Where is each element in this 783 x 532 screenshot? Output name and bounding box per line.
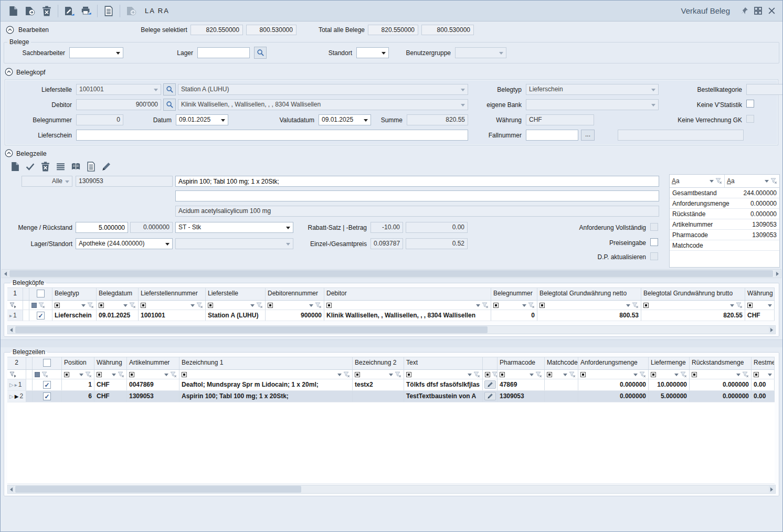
preiseingabe-checkbox[interactable] [650,238,658,246]
column-header[interactable]: Belegdatum [97,288,139,300]
belegzeilen-row-selected[interactable]: ▷▶2 6 CHF 1309053 Aspirin 100; Tabl 100 … [7,391,775,402]
column-header[interactable]: Belegtyp [52,288,97,300]
filter-cell[interactable] [649,370,690,379]
menge-input[interactable] [76,222,128,233]
filter-cell[interactable] [404,370,483,379]
tiles-button[interactable] [751,4,765,18]
list-lines-button[interactable] [54,160,68,173]
filter-cell[interactable] [537,301,641,310]
new-line-button[interactable] [8,160,22,173]
delete-line-button[interactable] [38,160,52,173]
scrollbar-thumb[interactable] [15,486,301,493]
document-button[interactable] [84,160,98,173]
collapse-bearbeiten-button[interactable] [5,22,15,38]
confirm-line-button[interactable] [23,160,37,173]
lager-input[interactable] [197,47,250,58]
edit-text-button[interactable] [484,392,496,400]
debitor-search-button[interactable] [163,99,176,111]
filter-cell[interactable] [324,301,491,310]
info-filter-cell[interactable]: Aa [670,175,725,187]
scroll-right-arrow[interactable] [775,270,780,277]
filter-cell[interactable] [33,370,62,379]
column-header[interactable]: Bezeichnung 2 [353,357,404,369]
column-header[interactable]: Währung [94,357,127,369]
column-header[interactable]: Debitor [324,288,491,300]
close-button[interactable] [765,4,778,18]
filter-cell[interactable] [353,370,404,379]
filter-cell[interactable] [690,370,752,379]
column-header[interactable]: Matchcode [545,357,578,369]
filter-cell[interactable] [7,301,23,310]
einheit-select[interactable]: ST - Stk [175,222,293,233]
column-header[interactable]: Anforderungsmenge [578,357,649,369]
filter-cell[interactable] [52,301,97,310]
column-header[interactable]: Text [404,357,483,369]
filter-cell[interactable] [578,370,649,379]
keine-vstatistik-checkbox[interactable] [746,100,754,108]
filter-cell[interactable] [745,301,775,310]
filter-cell[interactable] [7,370,26,379]
scrollbar-thumb[interactable] [9,270,773,277]
column-header[interactable]: Bezeichnung 1 [179,357,353,369]
export-document-button[interactable] [22,3,38,19]
filter-cell[interactable] [266,301,324,310]
edit-text-button[interactable] [484,380,496,389]
row-checkbox[interactable] [33,379,62,390]
filter-cell[interactable] [97,301,139,310]
bezeichnung1-input[interactable] [175,176,659,187]
filter-cell[interactable] [139,301,206,310]
lieferschein-input[interactable] [76,130,468,141]
row-checkbox[interactable] [33,391,62,402]
column-header[interactable]: Liefermenge [649,357,690,369]
scroll-left-arrow[interactable] [3,270,8,277]
column-header[interactable]: Belegtotal Grundwährung netto [537,288,641,300]
filter-cell[interactable] [94,370,127,379]
delete-document-button[interactable] [38,3,55,19]
row-checkbox[interactable] [29,310,52,321]
filter-cell[interactable] [127,370,179,379]
column-header[interactable]: Position [62,357,94,369]
scroll-right-arrow[interactable] [769,326,775,333]
document-list-button[interactable] [100,3,117,19]
scroll-right-arrow[interactable] [769,486,775,493]
belegzeilen-row[interactable]: ▷▸1 1 CHF 0047869 Deaftol; Mundspray Spr… [7,379,775,391]
edit-line-button[interactable] [99,160,113,173]
bezeichnung2-input[interactable] [175,190,659,201]
collapse-belegkopf-button[interactable] [5,68,13,78]
catalog-button[interactable] [69,160,83,173]
datum-select[interactable]: 09.01.2025 [176,114,228,125]
print-button[interactable] [78,3,94,19]
fallnummer-input[interactable] [526,130,578,141]
edit-document-button[interactable] [61,3,78,19]
standort-select[interactable] [356,47,389,58]
filter-cell[interactable] [491,301,537,310]
filter-cell[interactable] [206,301,266,310]
column-header[interactable]: Belegnummer [491,288,537,300]
column-header[interactable]: Rückstandsmenge [690,357,752,369]
filter-cell[interactable] [498,370,545,379]
column-header[interactable]: Restmenge [752,357,775,369]
column-header[interactable]: Lieferstelle [206,288,266,300]
filter-cell[interactable] [62,370,94,379]
lager-search-button[interactable] [254,47,267,59]
new-document-button[interactable] [5,3,22,19]
filter-cell[interactable] [752,370,775,379]
belegzeilen-scrollbar[interactable] [7,485,776,494]
filter-cell[interactable] [29,301,52,310]
column-header[interactable]: Pharmacode [498,357,545,369]
sachbearbeiter-select[interactable] [69,47,123,58]
horizontal-scrollbar[interactable] [2,269,781,278]
lieferstelle-search-button[interactable] [163,83,176,95]
info-filter-cell[interactable]: Aa [725,175,779,187]
filter-cell[interactable] [179,370,353,379]
select-all-checkbox[interactable] [33,357,62,369]
filter-cell[interactable] [483,370,498,379]
pin-button[interactable] [737,4,751,18]
column-header[interactable]: Belegtotal Grundwährung brutto [641,288,745,300]
select-all-checkbox[interactable] [29,288,52,300]
scroll-left-arrow[interactable] [8,486,14,493]
belegkoepfe-scrollbar[interactable] [7,325,776,334]
scrollbar-thumb[interactable] [15,326,488,333]
collapse-belegzeile-button[interactable] [5,149,13,159]
column-header[interactable]: Artikelnummer [127,357,179,369]
